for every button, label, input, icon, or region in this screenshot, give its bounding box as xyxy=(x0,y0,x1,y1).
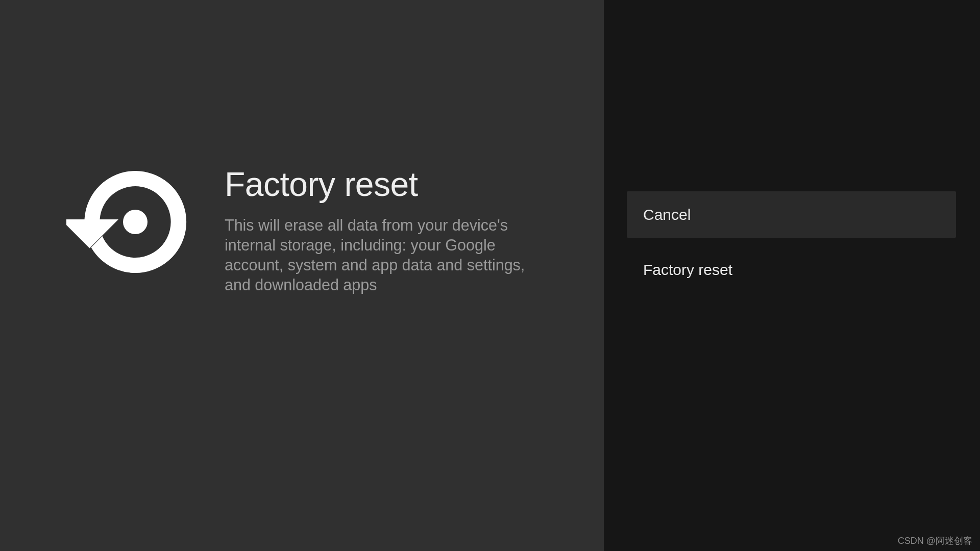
factory-reset-button[interactable]: Factory reset xyxy=(627,246,956,293)
factory-reset-button-label: Factory reset xyxy=(643,261,732,279)
options-panel: Cancel Factory reset xyxy=(604,0,980,551)
page-title: Factory reset xyxy=(225,166,543,203)
description-text: This will erase all data from your devic… xyxy=(225,215,541,295)
content-panel: Factory reset This will erase all data f… xyxy=(0,0,604,551)
svg-point-0 xyxy=(123,210,148,234)
watermark-text: CSDN @阿迷创客 xyxy=(898,535,972,547)
restore-icon xyxy=(66,171,189,273)
icon-container xyxy=(0,171,225,273)
text-container: Factory reset This will erase all data f… xyxy=(225,166,604,295)
cancel-button[interactable]: Cancel xyxy=(627,191,956,238)
cancel-button-label: Cancel xyxy=(643,206,691,223)
